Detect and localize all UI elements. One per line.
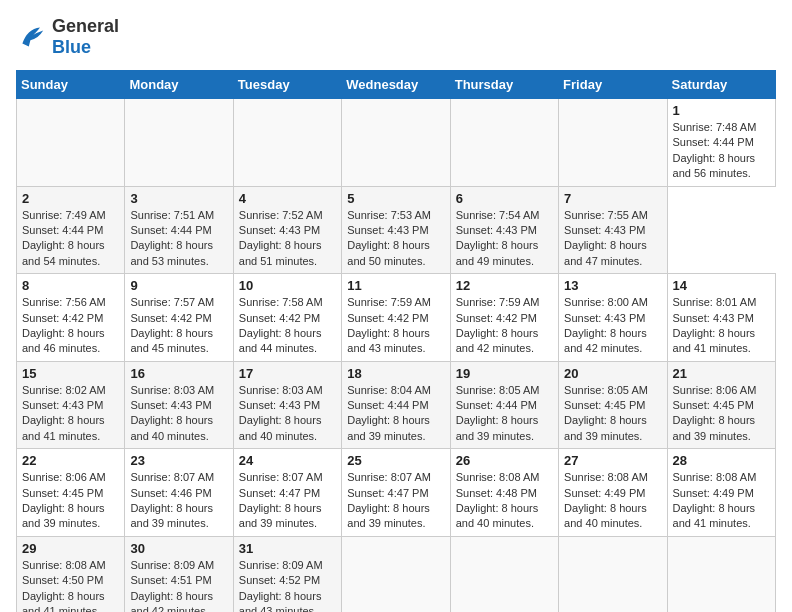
day-info: Sunrise: 8:03 AMSunset: 4:43 PMDaylight:…	[130, 383, 227, 445]
day-number: 15	[22, 366, 119, 381]
calendar-cell: 25Sunrise: 8:07 AMSunset: 4:47 PMDayligh…	[342, 449, 450, 537]
calendar-cell: 28Sunrise: 8:08 AMSunset: 4:49 PMDayligh…	[667, 449, 775, 537]
calendar-week-4: 22Sunrise: 8:06 AMSunset: 4:45 PMDayligh…	[17, 449, 776, 537]
column-header-thursday: Thursday	[450, 71, 558, 99]
calendar-cell	[559, 536, 667, 612]
calendar-week-1: 2Sunrise: 7:49 AMSunset: 4:44 PMDaylight…	[17, 186, 776, 274]
day-number: 3	[130, 191, 227, 206]
calendar-cell: 21Sunrise: 8:06 AMSunset: 4:45 PMDayligh…	[667, 361, 775, 449]
day-number: 14	[673, 278, 770, 293]
day-number: 25	[347, 453, 444, 468]
calendar-table: SundayMondayTuesdayWednesdayThursdayFrid…	[16, 70, 776, 612]
day-info: Sunrise: 8:05 AMSunset: 4:44 PMDaylight:…	[456, 383, 553, 445]
calendar-cell: 4Sunrise: 7:52 AMSunset: 4:43 PMDaylight…	[233, 186, 341, 274]
calendar-week-5: 29Sunrise: 8:08 AMSunset: 4:50 PMDayligh…	[17, 536, 776, 612]
calendar-cell: 9Sunrise: 7:57 AMSunset: 4:42 PMDaylight…	[125, 274, 233, 362]
day-number: 30	[130, 541, 227, 556]
calendar-cell: 17Sunrise: 8:03 AMSunset: 4:43 PMDayligh…	[233, 361, 341, 449]
day-number: 6	[456, 191, 553, 206]
calendar-cell: 22Sunrise: 8:06 AMSunset: 4:45 PMDayligh…	[17, 449, 125, 537]
day-number: 1	[673, 103, 770, 118]
day-number: 31	[239, 541, 336, 556]
calendar-cell: 13Sunrise: 8:00 AMSunset: 4:43 PMDayligh…	[559, 274, 667, 362]
day-number: 8	[22, 278, 119, 293]
day-info: Sunrise: 7:56 AMSunset: 4:42 PMDaylight:…	[22, 295, 119, 357]
calendar-cell	[450, 99, 558, 187]
day-number: 16	[130, 366, 227, 381]
calendar-cell: 23Sunrise: 8:07 AMSunset: 4:46 PMDayligh…	[125, 449, 233, 537]
calendar-header-row: SundayMondayTuesdayWednesdayThursdayFrid…	[17, 71, 776, 99]
calendar-cell: 8Sunrise: 7:56 AMSunset: 4:42 PMDaylight…	[17, 274, 125, 362]
day-info: Sunrise: 8:02 AMSunset: 4:43 PMDaylight:…	[22, 383, 119, 445]
day-info: Sunrise: 7:59 AMSunset: 4:42 PMDaylight:…	[347, 295, 444, 357]
calendar-cell: 15Sunrise: 8:02 AMSunset: 4:43 PMDayligh…	[17, 361, 125, 449]
day-number: 13	[564, 278, 661, 293]
day-info: Sunrise: 8:05 AMSunset: 4:45 PMDaylight:…	[564, 383, 661, 445]
day-info: Sunrise: 8:04 AMSunset: 4:44 PMDaylight:…	[347, 383, 444, 445]
logo-icon	[16, 21, 48, 53]
column-header-wednesday: Wednesday	[342, 71, 450, 99]
day-info: Sunrise: 7:51 AMSunset: 4:44 PMDaylight:…	[130, 208, 227, 270]
day-info: Sunrise: 8:07 AMSunset: 4:46 PMDaylight:…	[130, 470, 227, 532]
day-number: 22	[22, 453, 119, 468]
calendar-cell: 7Sunrise: 7:55 AMSunset: 4:43 PMDaylight…	[559, 186, 667, 274]
day-number: 29	[22, 541, 119, 556]
day-number: 19	[456, 366, 553, 381]
calendar-cell	[559, 99, 667, 187]
calendar-cell: 11Sunrise: 7:59 AMSunset: 4:42 PMDayligh…	[342, 274, 450, 362]
day-info: Sunrise: 8:07 AMSunset: 4:47 PMDaylight:…	[239, 470, 336, 532]
day-number: 21	[673, 366, 770, 381]
day-number: 27	[564, 453, 661, 468]
day-info: Sunrise: 8:08 AMSunset: 4:48 PMDaylight:…	[456, 470, 553, 532]
calendar-cell: 10Sunrise: 7:58 AMSunset: 4:42 PMDayligh…	[233, 274, 341, 362]
day-number: 18	[347, 366, 444, 381]
logo: General Blue	[16, 16, 119, 58]
calendar-week-2: 8Sunrise: 7:56 AMSunset: 4:42 PMDaylight…	[17, 274, 776, 362]
calendar-cell: 14Sunrise: 8:01 AMSunset: 4:43 PMDayligh…	[667, 274, 775, 362]
calendar-cell: 1Sunrise: 7:48 AMSunset: 4:44 PMDaylight…	[667, 99, 775, 187]
day-info: Sunrise: 8:06 AMSunset: 4:45 PMDaylight:…	[22, 470, 119, 532]
day-info: Sunrise: 7:57 AMSunset: 4:42 PMDaylight:…	[130, 295, 227, 357]
calendar-cell	[667, 536, 775, 612]
day-info: Sunrise: 8:01 AMSunset: 4:43 PMDaylight:…	[673, 295, 770, 357]
page-header: General Blue	[16, 16, 776, 58]
calendar-cell: 31Sunrise: 8:09 AMSunset: 4:52 PMDayligh…	[233, 536, 341, 612]
day-info: Sunrise: 7:48 AMSunset: 4:44 PMDaylight:…	[673, 120, 770, 182]
column-header-friday: Friday	[559, 71, 667, 99]
day-info: Sunrise: 7:49 AMSunset: 4:44 PMDaylight:…	[22, 208, 119, 270]
calendar-cell: 16Sunrise: 8:03 AMSunset: 4:43 PMDayligh…	[125, 361, 233, 449]
calendar-cell	[17, 99, 125, 187]
day-number: 26	[456, 453, 553, 468]
calendar-cell: 3Sunrise: 7:51 AMSunset: 4:44 PMDaylight…	[125, 186, 233, 274]
day-number: 24	[239, 453, 336, 468]
day-info: Sunrise: 7:58 AMSunset: 4:42 PMDaylight:…	[239, 295, 336, 357]
column-header-sunday: Sunday	[17, 71, 125, 99]
day-number: 12	[456, 278, 553, 293]
day-info: Sunrise: 8:08 AMSunset: 4:50 PMDaylight:…	[22, 558, 119, 612]
calendar-cell: 6Sunrise: 7:54 AMSunset: 4:43 PMDaylight…	[450, 186, 558, 274]
column-header-tuesday: Tuesday	[233, 71, 341, 99]
column-header-saturday: Saturday	[667, 71, 775, 99]
calendar-cell: 30Sunrise: 8:09 AMSunset: 4:51 PMDayligh…	[125, 536, 233, 612]
calendar-cell: 20Sunrise: 8:05 AMSunset: 4:45 PMDayligh…	[559, 361, 667, 449]
day-info: Sunrise: 8:03 AMSunset: 4:43 PMDaylight:…	[239, 383, 336, 445]
day-info: Sunrise: 8:09 AMSunset: 4:52 PMDaylight:…	[239, 558, 336, 612]
day-info: Sunrise: 7:55 AMSunset: 4:43 PMDaylight:…	[564, 208, 661, 270]
calendar-week-0: 1Sunrise: 7:48 AMSunset: 4:44 PMDaylight…	[17, 99, 776, 187]
calendar-cell	[342, 99, 450, 187]
calendar-cell: 27Sunrise: 8:08 AMSunset: 4:49 PMDayligh…	[559, 449, 667, 537]
day-number: 2	[22, 191, 119, 206]
day-info: Sunrise: 7:59 AMSunset: 4:42 PMDaylight:…	[456, 295, 553, 357]
day-number: 9	[130, 278, 227, 293]
calendar-cell	[450, 536, 558, 612]
calendar-cell	[233, 99, 341, 187]
day-info: Sunrise: 8:08 AMSunset: 4:49 PMDaylight:…	[564, 470, 661, 532]
day-number: 7	[564, 191, 661, 206]
logo-text: General Blue	[52, 16, 119, 58]
day-number: 28	[673, 453, 770, 468]
day-number: 20	[564, 366, 661, 381]
calendar-week-3: 15Sunrise: 8:02 AMSunset: 4:43 PMDayligh…	[17, 361, 776, 449]
day-number: 5	[347, 191, 444, 206]
day-info: Sunrise: 7:53 AMSunset: 4:43 PMDaylight:…	[347, 208, 444, 270]
calendar-cell: 19Sunrise: 8:05 AMSunset: 4:44 PMDayligh…	[450, 361, 558, 449]
